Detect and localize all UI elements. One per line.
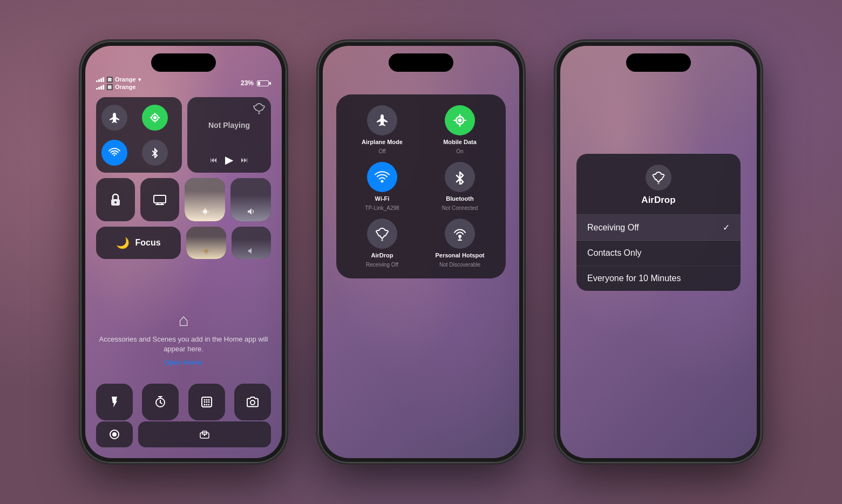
focus-label-1: Focus [135,238,160,248]
airplane-btn-1[interactable] [101,105,127,131]
phone-1: 🔲 Orange ▾ 🔲 Orange 23% [81,42,286,462]
home-indicator-btn-1[interactable] [138,421,271,447]
focus-tile-1[interactable]: 🌙 Focus [96,227,181,259]
wifi-btn-1[interactable] [101,140,127,166]
wifi-arrow-1: ▾ [138,77,141,83]
bluetooth-btn-1[interactable] [142,140,168,166]
home-icon-1: ⌂ [178,310,188,330]
battery-icon-1 [257,80,271,86]
everyone-label-3: Everyone for 10 Minutes [587,274,681,283]
bluetooth-btn-2[interactable] [445,162,475,192]
airdrop-small-icon-1 [253,103,266,115]
svg-point-2 [258,112,260,114]
screen-lock-tile-1[interactable] [96,178,135,221]
airplane-cell-2[interactable]: Airplane Mode Off [347,105,417,154]
cc-row-3: 🌙 Focus [96,227,271,259]
bar3b [100,86,102,90]
status-left-1: 🔲 Orange ▾ 🔲 Orange [96,76,141,90]
bluetooth-cell-2[interactable]: Bluetooth Not Connected [425,162,495,211]
svg-point-30 [112,432,117,437]
brightness-tile-1[interactable] [185,178,225,221]
svg-point-20 [206,399,207,401]
bar1b [96,88,98,90]
volume-slider-1 [230,178,271,221]
camera-btn-1[interactable] [234,384,271,420]
playback-controls-1: ⏮ ▶ ⏭ [194,153,264,166]
phone-3: AirDrop Receiving Off ✓ Contacts Only Ev… [556,42,761,462]
contacts-only-label-3: Contacts Only [587,248,641,258]
not-playing-text-1: Not Playing [194,121,264,130]
network-tile-1[interactable] [96,97,182,173]
bar2 [98,79,100,82]
dynamic-island-2 [389,53,453,72]
battery-percent-1: 23% [241,79,254,87]
wifi-sub-2: TP-Link_A298 [365,205,399,211]
airdrop-label-2: AirDrop [371,252,393,258]
airdrop-btn-2[interactable] [367,219,397,249]
wifi-cell-2[interactable]: Wi-Fi TP-Link_A298 [347,162,417,211]
play-icon-1[interactable]: ▶ [225,153,233,166]
volume-tile-1[interactable] [230,178,271,221]
hotspot-label-2: Personal Hotspot [435,252,484,258]
cellular-cell-2[interactable]: Mobile Data On [425,105,495,154]
brightness-slider-1 [185,178,225,221]
svg-point-5 [114,201,117,203]
home-text-1: Accessories and Scenes you add in the Ho… [96,335,271,354]
hotspot-cell-2[interactable]: Personal Hotspot Not Discoverable [425,219,495,268]
rewind-icon-1[interactable]: ⏮ [210,155,218,164]
airdrop-cell-2[interactable]: AirDrop Receiving Off [347,219,417,268]
volume-mini-1[interactable] [232,227,271,259]
cellular-btn-2[interactable] [445,105,475,135]
battery-body-1 [257,80,269,86]
now-playing-tile-1[interactable]: Not Playing ⏮ ▶ ⏭ [187,97,271,173]
battery-fill-1 [258,81,260,85]
bluetooth-sub-2: Not Connected [442,205,478,211]
record-btn-1[interactable] [96,421,133,447]
hotspot-sub-2: Not Discoverable [439,262,480,268]
airplane-label-2: Airplane Mode [362,139,403,145]
carrier-name-2: Orange [115,84,136,90]
svg-point-21 [208,399,209,401]
flashlight-btn-1[interactable] [96,384,133,420]
svg-rect-6 [154,195,166,203]
svg-point-1 [153,116,157,119]
cellular-sub-2: On [456,148,463,154]
signal-row-1: 🔲 Orange ▾ [96,76,141,83]
svg-point-19 [203,399,205,401]
svg-point-28 [250,400,255,405]
expanded-cc-2: Airplane Mode Off Mobile Data On [336,94,506,278]
wifi-btn-2[interactable] [367,162,397,192]
airdrop-title-3: AirDrop [641,195,675,206]
bluetooth-label-2: Bluetooth [446,195,473,202]
svg-point-23 [206,401,207,403]
svg-point-22 [203,401,205,403]
battery-tip-1 [269,82,271,85]
screen-mirror-tile-1[interactable] [140,178,179,221]
phone-2: Airplane Mode Off Mobile Data On [318,42,524,462]
bar4b [103,85,104,90]
airplane-btn-2[interactable] [367,105,397,135]
everyone-option-3[interactable]: Everyone for 10 Minutes [576,266,741,291]
svg-point-27 [208,404,209,406]
hotspot-btn-2[interactable] [445,219,475,249]
control-center-1: Not Playing ⏮ ▶ ⏭ [96,97,271,259]
receiving-off-option-3[interactable]: Receiving Off ✓ [576,215,741,241]
bar4 [103,77,104,82]
quick-actions-1 [96,384,271,420]
fastforward-icon-1[interactable]: ⏭ [241,155,248,164]
timer-btn-1[interactable] [142,384,179,420]
airplane-sub-2: Off [378,148,385,154]
open-home-link-1[interactable]: Open Home [165,358,202,366]
cc-row-2 [96,178,271,221]
airdrop-header-3: AirDrop [576,154,741,215]
signal-bars-1 [96,77,104,82]
svg-rect-33 [204,434,205,436]
status-bar-1: 🔲 Orange ▾ 🔲 Orange 23% [96,76,271,90]
cellular-label-2: Mobile Data [443,139,477,145]
contacts-only-option-3[interactable]: Contacts Only [576,241,741,266]
home-section-1: ⌂ Accessories and Scenes you add in the … [96,310,271,366]
carrier-icon-2: 🔲 [106,84,113,90]
cellular-btn-1[interactable] [142,105,168,131]
calculator-btn-1[interactable] [188,384,225,420]
brightness-mini-1[interactable] [186,227,226,259]
